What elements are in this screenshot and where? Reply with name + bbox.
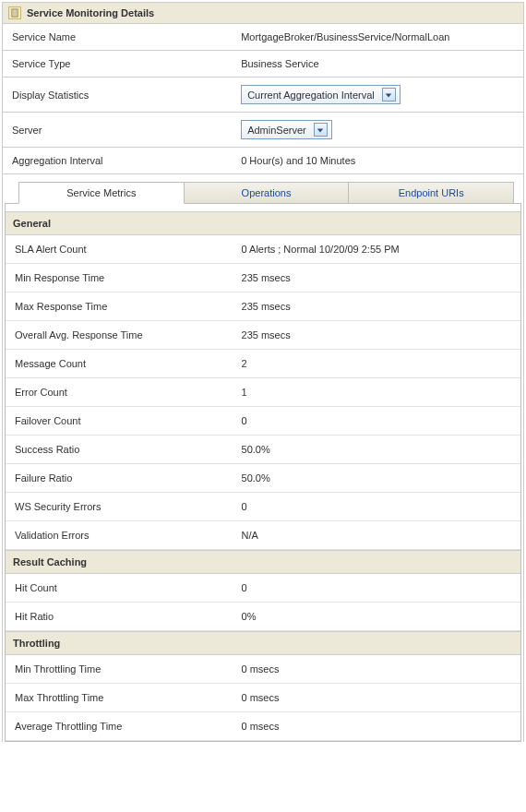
table-row: Failover Count0	[6, 407, 520, 436]
tab-label: Operations	[242, 187, 292, 198]
metric-label: Max Throttling Time	[6, 684, 233, 712]
panel-header: Service Monitoring Details	[3, 3, 523, 24]
metric-value: 50.0%	[233, 436, 520, 464]
table-row: Hit Ratio0%	[6, 603, 520, 631]
metric-label: Failover Count	[6, 407, 233, 436]
metric-label: WS Security Errors	[6, 493, 233, 521]
metric-value: 0	[233, 574, 520, 603]
svg-marker-4	[386, 93, 391, 97]
info-value-cell: Current Aggregation Interval	[232, 78, 523, 113]
section-header: Result Caching	[6, 550, 520, 574]
metric-label: Hit Ratio	[6, 603, 233, 631]
select-value: AdminServer	[247, 125, 306, 136]
table-row: Error Count1	[6, 378, 520, 407]
chevron-down-icon	[314, 123, 328, 137]
metric-value: 0 msecs	[233, 684, 520, 712]
tab-endpoint-uris[interactable]: Endpoint URIs	[348, 182, 514, 204]
table-row: Max Response Time235 msecs	[6, 293, 520, 321]
monitoring-panel: Service Monitoring Details Service NameM…	[2, 2, 524, 742]
info-value: Business Service	[241, 58, 318, 69]
info-value: 0 Hour(s) and 10 Minutes	[241, 155, 355, 166]
table-row: Hit Count0	[6, 574, 520, 603]
info-value-cell: Business Service	[232, 51, 523, 78]
metric-value: 0	[233, 407, 520, 436]
metric-value: 0%	[233, 603, 520, 631]
section-header: Throttling	[6, 631, 520, 655]
metric-value: N/A	[233, 521, 520, 550]
panel-title: Service Monitoring Details	[27, 7, 154, 18]
table-row: Min Response Time235 msecs	[6, 264, 520, 293]
data-table: Min Throttling Time0 msecsMax Throttling…	[6, 655, 520, 741]
info-value-cell: 0 Hour(s) and 10 Minutes	[232, 148, 523, 174]
select-value: Current Aggregation Interval	[247, 90, 375, 101]
svg-marker-5	[317, 128, 323, 132]
info-value-cell: MortgageBroker/BusinessService/NormalLoa…	[232, 24, 523, 51]
section-header: General	[6, 211, 520, 235]
tab-label: Service Metrics	[66, 187, 136, 198]
table-row: Max Throttling Time0 msecs	[6, 684, 520, 712]
metric-label: Min Response Time	[6, 264, 233, 293]
info-row: ServerAdminServer	[3, 113, 523, 148]
metric-value: 2	[233, 350, 520, 378]
metric-label: Message Count	[6, 350, 233, 378]
metric-value: 235 msecs	[233, 321, 520, 350]
select-display-statistics[interactable]: Current Aggregation Interval	[241, 85, 400, 104]
info-label: Server	[3, 113, 232, 148]
metric-value: 0 msecs	[233, 712, 520, 741]
metric-label: Min Throttling Time	[6, 655, 233, 684]
metric-value: 1	[233, 378, 520, 407]
table-row: WS Security Errors0	[6, 493, 520, 521]
info-value-cell: AdminServer	[232, 113, 523, 148]
metric-value: 235 msecs	[233, 293, 520, 321]
info-value: MortgageBroker/BusinessService/NormalLoa…	[241, 31, 449, 42]
metric-label: Hit Count	[6, 574, 233, 603]
metric-value: 235 msecs	[233, 264, 520, 293]
metric-value: 0	[233, 493, 520, 521]
tab-label: Endpoint URIs	[399, 187, 464, 198]
document-icon	[8, 6, 21, 19]
metric-label: Failure Ratio	[6, 464, 233, 493]
metric-label: Success Ratio	[6, 436, 233, 464]
data-table: Hit Count0Hit Ratio0%	[6, 574, 520, 631]
metric-label: SLA Alert Count	[6, 235, 233, 264]
chevron-down-icon	[382, 88, 396, 102]
data-table: SLA Alert Count0 Alerts ; Normal 10/20/0…	[6, 235, 520, 550]
table-row: Message Count2	[6, 350, 520, 378]
metric-value: 0 Alerts ; Normal 10/20/09 2:55 PM	[233, 235, 520, 264]
tab-service-metrics[interactable]: Service Metrics	[18, 182, 185, 204]
metric-label: Overall Avg. Response Time	[6, 321, 233, 350]
service-info-table: Service NameMortgageBroker/BusinessServi…	[3, 24, 523, 174]
tab-body: GeneralSLA Alert Count0 Alerts ; Normal …	[5, 203, 521, 742]
metric-label: Max Response Time	[6, 293, 233, 321]
info-label: Service Type	[3, 51, 232, 78]
table-row: Validation ErrorsN/A	[6, 521, 520, 550]
metric-value: 50.0%	[233, 464, 520, 493]
metric-label: Average Throttling Time	[6, 712, 233, 741]
table-row: Average Throttling Time0 msecs	[6, 712, 520, 741]
info-row: Display StatisticsCurrent Aggregation In…	[3, 78, 523, 113]
info-label: Aggregation Interval	[3, 148, 232, 174]
table-row: SLA Alert Count0 Alerts ; Normal 10/20/0…	[6, 235, 520, 264]
metric-label: Validation Errors	[6, 521, 233, 550]
tabs-row: Service MetricsOperationsEndpoint URIs	[3, 174, 523, 204]
info-row: Aggregation Interval0 Hour(s) and 10 Min…	[3, 148, 523, 174]
info-row: Service TypeBusiness Service	[3, 51, 523, 78]
select-server[interactable]: AdminServer	[241, 120, 332, 139]
metric-value: 0 msecs	[233, 655, 520, 684]
info-label: Service Name	[3, 24, 232, 51]
table-row: Failure Ratio50.0%	[6, 464, 520, 493]
table-row: Overall Avg. Response Time235 msecs	[6, 321, 520, 350]
info-label: Display Statistics	[3, 78, 232, 113]
info-row: Service NameMortgageBroker/BusinessServi…	[3, 24, 523, 51]
tab-operations[interactable]: Operations	[184, 182, 350, 204]
table-row: Min Throttling Time0 msecs	[6, 655, 520, 684]
metric-label: Error Count	[6, 378, 233, 407]
table-row: Success Ratio50.0%	[6, 436, 520, 464]
